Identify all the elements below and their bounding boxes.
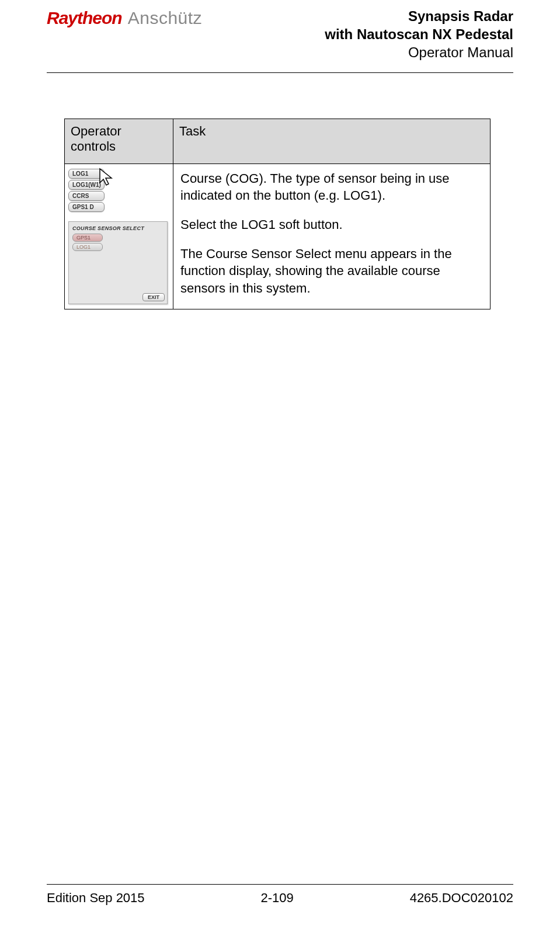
col-header-controls: Operator controls <box>65 119 173 163</box>
doc-title-3: Operator Manual <box>325 43 513 61</box>
page-footer: Edition Sep 2015 2-109 4265.DOC020102 <box>47 884 513 929</box>
doc-title-2: with Nautoscan NX Pedestal <box>325 25 513 43</box>
cursor-arrow-icon <box>98 168 115 190</box>
panel-title: COURSE SENSOR SELECT <box>69 222 167 234</box>
task-paragraph-3: The Course Sensor Select menu appears in… <box>180 245 483 297</box>
button-stack: LOG1 LOG1(W1) CCRS GPS1 D <box>68 169 115 212</box>
header-titles: Synapsis Radar with Nautoscan NX Pedesta… <box>325 7 513 62</box>
content-area: Operator controls Task LOG1 LOG1(W1) CCR… <box>47 73 513 884</box>
col-header-task: Task <box>173 119 491 163</box>
logo-brand: Raytheon <box>47 8 122 28</box>
task-cell: Course (COG). The type of sensor being i… <box>173 163 491 309</box>
panel-item-log1[interactable]: LOG1 <box>72 243 103 251</box>
operator-task-table: Operator controls Task LOG1 LOG1(W1) CCR… <box>64 119 491 309</box>
logo: Raytheon Anschütz <box>47 7 202 28</box>
controls-cell: LOG1 LOG1(W1) CCRS GPS1 D COURSE SENSOR … <box>65 163 173 309</box>
panel-list: GPS1 LOG1 <box>69 234 167 251</box>
logo-sub: Anschütz <box>128 8 202 28</box>
course-sensor-select-panel: COURSE SENSOR SELECT GPS1 LOG1 EXIT <box>68 221 168 304</box>
svg-marker-0 <box>100 169 112 185</box>
soft-button-ccrs[interactable]: CCRS <box>68 191 105 201</box>
footer-docid: 4265.DOC020102 <box>410 890 513 906</box>
soft-button-gps1d[interactable]: GPS1 D <box>68 202 105 212</box>
panel-item-gps1[interactable]: GPS1 <box>72 234 103 242</box>
doc-title-1: Synapsis Radar <box>325 7 513 25</box>
footer-page-number: 2-109 <box>260 890 293 906</box>
task-paragraph-2: Select the LOG1 soft button. <box>180 216 483 234</box>
page-header: Raytheon Anschütz Synapsis Radar with Na… <box>47 0 513 73</box>
footer-edition: Edition Sep 2015 <box>47 890 145 906</box>
task-paragraph-1: Course (COG). The type of sensor being i… <box>180 170 483 204</box>
panel-exit-button[interactable]: EXIT <box>142 293 165 301</box>
